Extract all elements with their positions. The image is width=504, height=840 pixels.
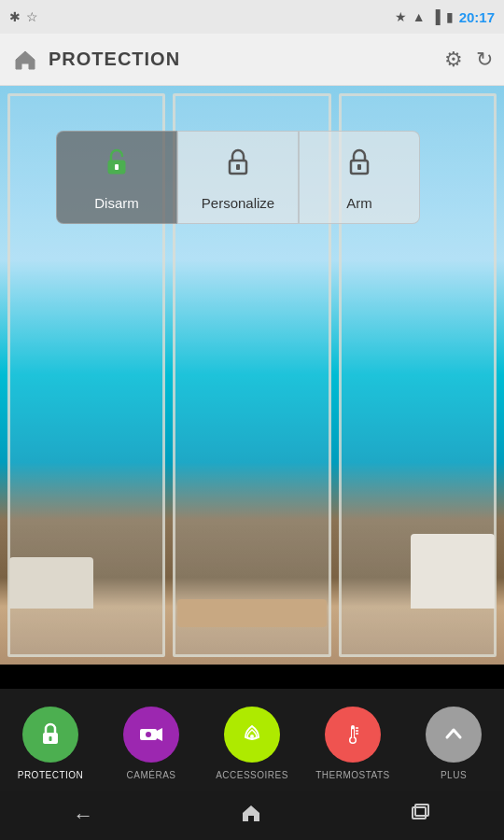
protection-circle xyxy=(22,707,78,763)
svg-rect-5 xyxy=(357,164,361,170)
signal-icon: ▐ xyxy=(431,9,441,24)
svg-point-10 xyxy=(146,732,151,737)
nav-cameras[interactable]: CAMÉRAS xyxy=(109,707,193,780)
table-center xyxy=(177,599,327,627)
nav-plus[interactable]: PLUS xyxy=(412,707,496,780)
arm-icon xyxy=(342,145,377,188)
settings-icon[interactable]: ⚙ xyxy=(444,48,463,72)
back-button[interactable]: ← xyxy=(73,804,93,828)
nav-protection-label: PROTECTION xyxy=(18,770,84,780)
status-left: ✱ ☆ xyxy=(9,9,38,24)
svg-point-11 xyxy=(250,735,254,738)
refresh-icon[interactable]: ↻ xyxy=(476,48,493,72)
nav-thermostats[interactable]: THERMOSTATS xyxy=(311,707,395,780)
title-left: PROTECTION xyxy=(11,46,180,74)
svg-point-15 xyxy=(351,737,356,742)
nav-cameras-label: CAMÉRAS xyxy=(127,770,176,780)
notification-icon-1: ✱ xyxy=(9,9,21,24)
nav-thermostats-label: THERMOSTATS xyxy=(315,770,390,780)
arm-button[interactable]: Arm xyxy=(299,131,420,224)
disarm-icon xyxy=(99,145,134,188)
personalize-label: Personalize xyxy=(202,195,274,211)
status-right: ★ ▲ ▐ ▮ 20:17 xyxy=(395,9,495,25)
personalize-button[interactable]: Personalize xyxy=(177,131,299,224)
nav-protection[interactable]: PROTECTION xyxy=(8,707,92,780)
security-panel: Disarm Personalize Arm xyxy=(56,131,420,224)
title-bar: PROTECTION ⚙ ↻ xyxy=(0,34,504,86)
nav-accessories[interactable]: ACCESSOIRES xyxy=(210,707,294,780)
personalize-icon xyxy=(220,145,256,188)
title-actions: ⚙ ↻ xyxy=(444,48,493,72)
cameras-circle xyxy=(123,707,179,763)
arm-label: Arm xyxy=(346,195,372,211)
nav-plus-label: PLUS xyxy=(441,770,467,780)
home-sys-button[interactable] xyxy=(240,802,262,830)
page-title: PROTECTION xyxy=(49,49,180,70)
nav-accessories-label: ACCESSOIRES xyxy=(216,770,288,780)
sofa-left xyxy=(9,557,93,609)
svg-rect-3 xyxy=(236,164,240,170)
bottom-nav: PROTECTION CAMÉRAS ACCESSOIRES xyxy=(0,689,504,791)
clock: 20:17 xyxy=(459,9,495,25)
notification-icon-2: ☆ xyxy=(26,9,38,24)
disarm-label: Disarm xyxy=(94,195,139,211)
battery-icon: ▮ xyxy=(446,9,454,24)
sofa-right xyxy=(411,534,495,609)
svg-rect-7 xyxy=(49,736,52,741)
disarm-button[interactable]: Disarm xyxy=(56,131,177,224)
status-bar: ✱ ☆ ★ ▲ ▐ ▮ 20:17 xyxy=(0,0,504,34)
accessories-circle xyxy=(224,707,280,763)
recent-button[interactable] xyxy=(409,802,431,830)
bluetooth-icon: ★ xyxy=(395,9,407,24)
svg-rect-1 xyxy=(115,164,119,170)
wifi-icon: ▲ xyxy=(413,9,426,24)
home-button[interactable] xyxy=(11,46,39,74)
plus-circle xyxy=(426,707,482,763)
svg-marker-9 xyxy=(157,728,162,741)
thermostats-circle xyxy=(325,707,381,763)
system-nav: ← xyxy=(0,791,504,840)
svg-rect-14 xyxy=(352,729,354,738)
